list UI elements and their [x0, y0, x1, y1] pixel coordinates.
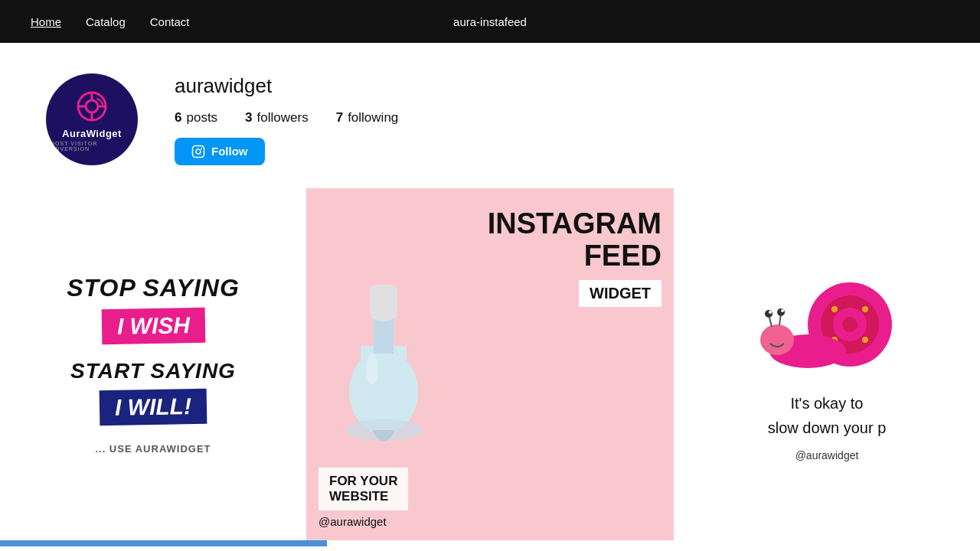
post-left-line2: START SAYING — [70, 359, 236, 383]
center-title2: FEED — [488, 240, 662, 272]
nav-contact[interactable]: Contact — [150, 15, 190, 28]
center-widget-badge: WIDGET — [579, 280, 662, 307]
posts-stat: 6 posts — [175, 110, 217, 126]
svg-point-23 — [862, 337, 868, 343]
nail-polish-image — [318, 216, 449, 445]
following-count: 7 — [336, 110, 343, 126]
follow-label: Follow — [211, 145, 248, 158]
center-handle: @aurawidget — [318, 515, 662, 528]
post-left-badge2: I WILL! — [100, 389, 207, 425]
navbar: Home Catalog Contact aura-instafeed — [0, 0, 980, 43]
svg-point-31 — [781, 309, 784, 312]
profile-info: aurawidget 6 posts 3 followers 7 followi… — [175, 74, 398, 165]
profile-header: AuraWidget BOOST VISITOR CONVERSION aura… — [0, 43, 980, 188]
nav-home[interactable]: Home — [31, 15, 61, 28]
svg-rect-13 — [370, 285, 397, 318]
avatar: AuraWidget BOOST VISITOR CONVERSION — [46, 73, 138, 165]
instagram-icon — [191, 145, 205, 158]
post-left-badge1: I WISH — [101, 308, 205, 344]
svg-point-27 — [765, 310, 773, 318]
bottom-strip — [0, 540, 980, 546]
profile-username: aurawidget — [175, 74, 398, 98]
svg-point-21 — [862, 306, 868, 312]
svg-point-28 — [769, 311, 772, 314]
avatar-sublabel: BOOST VISITOR CONVERSION — [46, 141, 138, 152]
followers-label: followers — [257, 110, 309, 126]
follow-button[interactable]: Follow — [175, 138, 265, 165]
followers-count: 3 — [245, 110, 252, 126]
svg-point-30 — [777, 308, 785, 316]
nav-catalog[interactable]: Catalog — [86, 15, 126, 28]
post-left-footer: ... USE AURAWIDGET — [95, 443, 211, 455]
center-title1: INSTAGRAM — [488, 208, 662, 240]
bottom-strip-left — [0, 540, 327, 546]
avatar-icon — [74, 88, 110, 125]
svg-point-15 — [366, 354, 378, 384]
posts-count: 6 — [175, 110, 181, 126]
svg-point-25 — [760, 324, 794, 355]
svg-point-20 — [831, 306, 838, 312]
post-center[interactable]: INSTAGRAM FEED WIDGET FOR YOUR WEBSITE @… — [306, 188, 674, 540]
post-left[interactable]: STOP SAYING I WISH START SAYING I WILL! … — [0, 188, 306, 540]
svg-rect-6 — [193, 145, 204, 157]
following-label: following — [348, 110, 398, 126]
right-handle: @aurawidget — [795, 449, 859, 461]
post-left-line1: STOP SAYING — [67, 274, 240, 302]
following-stat: 7 following — [336, 110, 399, 126]
feed-grid: STOP SAYING I WISH START SAYING I WILL! … — [0, 188, 980, 540]
svg-point-1 — [86, 100, 98, 112]
svg-point-7 — [196, 149, 201, 154]
right-okay-text: It's okay to slow down your p — [768, 391, 887, 440]
center-for-website: FOR YOUR WEBSITE — [318, 468, 408, 510]
avatar-label: AuraWidget — [62, 128, 122, 139]
svg-point-19 — [842, 317, 858, 332]
posts-label: posts — [186, 110, 217, 126]
profile-stats: 6 posts 3 followers 7 following — [175, 110, 398, 126]
post-right[interactable]: It's okay to slow down your p @aurawidge… — [674, 188, 980, 540]
svg-point-8 — [201, 147, 202, 148]
snail-image — [758, 267, 896, 382]
site-brand: aura-instafeed — [453, 15, 527, 28]
followers-stat: 3 followers — [245, 110, 309, 126]
